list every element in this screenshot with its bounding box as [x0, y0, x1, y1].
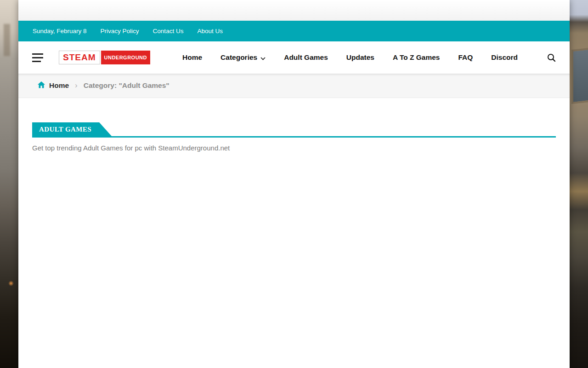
- logo-underground-text: UNDERGROUND: [101, 51, 151, 64]
- menu-icon[interactable]: [32, 52, 43, 64]
- nav-item-discord[interactable]: Discord: [491, 53, 518, 62]
- page-column: Sunday, February 8 Privacy Policy Contac…: [18, 0, 570, 368]
- section-header: ADULT GAMES: [32, 122, 556, 138]
- nav-item-a-to-z-games[interactable]: A To Z Games: [393, 53, 440, 62]
- background-art-left: [0, 0, 18, 368]
- topbar-link-about-us[interactable]: About Us: [197, 28, 223, 34]
- breadcrumb-current: Category: "Adult Games": [84, 81, 170, 90]
- home-icon: [38, 81, 45, 90]
- nav-item-categories[interactable]: Categories: [220, 53, 266, 62]
- breadcrumb-home-link[interactable]: Home: [38, 81, 69, 90]
- breadcrumb-separator: ›: [75, 81, 78, 90]
- section-description: Get top trending Adult Games for pc with…: [32, 144, 556, 152]
- nav-item-updates[interactable]: Updates: [346, 53, 374, 62]
- main-nav: Home Categories Adult Games Updates A To…: [182, 53, 518, 62]
- breadcrumb: Home › Category: "Adult Games": [18, 74, 570, 98]
- background-art-right: [570, 0, 588, 368]
- breadcrumb-home-label: Home: [49, 81, 69, 90]
- topbar-link-contact-us[interactable]: Contact Us: [153, 28, 184, 34]
- site-logo[interactable]: STEAM UNDERGROUND: [59, 51, 150, 64]
- search-icon[interactable]: [547, 53, 556, 62]
- top-spacer: [18, 0, 570, 21]
- nav-item-adult-games[interactable]: Adult Games: [284, 53, 328, 62]
- chevron-down-icon: [260, 54, 266, 62]
- nav-item-home[interactable]: Home: [182, 53, 202, 62]
- topbar-date: Sunday, February 8: [33, 28, 87, 34]
- main-content: ADULT GAMES Get top trending Adult Games…: [18, 98, 570, 368]
- topbar-link-privacy-policy[interactable]: Privacy Policy: [101, 28, 139, 34]
- section-title-badge: ADULT GAMES: [32, 122, 112, 136]
- nav-item-faq[interactable]: FAQ: [458, 53, 473, 62]
- logo-steam-text: STEAM: [59, 51, 100, 64]
- navbar: STEAM UNDERGROUND Home Categories Adult …: [18, 41, 570, 74]
- topbar: Sunday, February 8 Privacy Policy Contac…: [18, 21, 570, 41]
